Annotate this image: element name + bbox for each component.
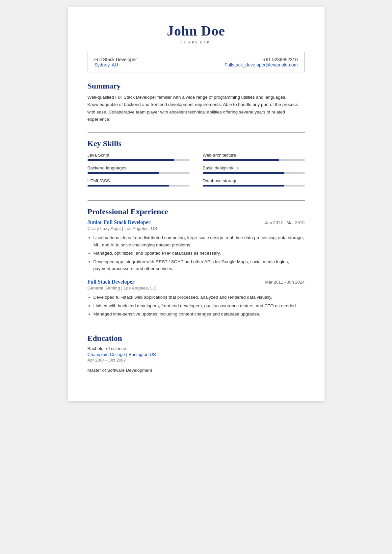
summary-section: Summary Well-qualified Full Stack Develo… xyxy=(88,82,305,123)
skills-section: Key Skills Java Script Web architecture … xyxy=(88,139,305,191)
resume-document: John Doe 5+ YRS EXP. Full Stack Develope… xyxy=(68,7,325,401)
bullet-item: Developed app integration with REST / SO… xyxy=(93,258,305,272)
contact-location: Sydney, AU xyxy=(94,62,137,67)
skill-item: Java Script xyxy=(88,153,190,161)
skill-name: Backend languages xyxy=(88,165,190,170)
skills-grid: Java Script Web architecture Backend lan… xyxy=(88,153,305,191)
contact-phone: +61 5236952310 xyxy=(263,57,298,62)
edu-dates: Apr 2004 - Oct 2007 xyxy=(88,358,305,363)
education-section: Education Bachelor of science Champlain … xyxy=(88,334,305,373)
skill-name: Java Script xyxy=(88,153,190,158)
skill-item: HTML/CSS xyxy=(88,178,190,187)
bullet-item: Managed, optimized, and updated PHP data… xyxy=(93,250,305,257)
job-bullets: Developed full-stack web applications th… xyxy=(88,294,305,318)
edu-degree: Bachelor of science xyxy=(88,346,305,351)
divider-2 xyxy=(88,200,305,201)
skill-item: Web architecture xyxy=(203,153,305,161)
job-company: Crazy Lazy Apps | Los Angeles, US xyxy=(88,226,305,231)
skill-item: Backend languages xyxy=(88,165,190,174)
skill-bar-bg xyxy=(88,159,190,161)
skill-bar-fill xyxy=(203,172,284,174)
skill-bar-bg xyxy=(88,185,190,187)
skill-bar-fill xyxy=(203,185,284,187)
skill-item: Basic design skills xyxy=(203,165,305,174)
job-dates: Jun 2017 - Mar 2019 xyxy=(265,220,305,225)
job-dates: Mar 2011 - Jun 2014 xyxy=(265,280,305,285)
job-bullets: Used various ideas from distributed comp… xyxy=(88,234,305,272)
edu-entry: Bachelor of science Champlain College | … xyxy=(88,346,305,363)
skill-bar-bg xyxy=(203,172,305,174)
edu-container: Bachelor of science Champlain College | … xyxy=(88,346,305,373)
header: John Doe 5+ YRS EXP. xyxy=(88,23,305,44)
divider-1 xyxy=(88,132,305,133)
experience-title: Professional Experience xyxy=(88,207,305,216)
bullet-item: Managed time-sensitive updates, includin… xyxy=(93,311,305,318)
skill-name: Database storage xyxy=(203,178,305,183)
skill-bar-bg xyxy=(88,172,190,174)
job-entry: Full Stack Developer Mar 2011 - Jun 2014… xyxy=(88,279,305,318)
skill-bar-fill xyxy=(88,172,159,174)
skill-bar-bg xyxy=(203,159,305,161)
skill-name: Web architecture xyxy=(203,153,305,158)
job-entry: Junior Full Stack Developer Jun 2017 - M… xyxy=(88,219,305,272)
skill-item: Database storage xyxy=(203,178,305,187)
skill-bar-bg xyxy=(203,185,305,187)
summary-text: Well-qualified Full Stack Developer fami… xyxy=(88,94,305,123)
jobs-container: Junior Full Stack Developer Jun 2017 - M… xyxy=(88,219,305,318)
candidate-name: John Doe xyxy=(88,23,305,39)
contact-left: Full Stack Developer Sydney, AU xyxy=(94,57,137,67)
experience-label: 5+ YRS EXP. xyxy=(88,40,305,44)
skill-bar-fill xyxy=(203,159,279,161)
divider-3 xyxy=(88,327,305,327)
edu-degree: Master of Software Development xyxy=(88,368,305,373)
edu-school: Champlain College | Burlington US xyxy=(88,352,305,357)
bullet-item: Developed full-stack web applications th… xyxy=(93,294,305,301)
job-header: Full Stack Developer Mar 2011 - Jun 2014 xyxy=(88,279,305,285)
job-company: General Gaming | Los Angeles, US xyxy=(88,286,305,290)
skill-bar-fill xyxy=(88,185,169,187)
contact-box: Full Stack Developer Sydney, AU +61 5236… xyxy=(88,52,305,72)
contact-email: Fullstack_developer@example.com xyxy=(225,62,298,67)
edu-entry: Master of Software Development xyxy=(88,368,305,373)
bullet-item: Used various ideas from distributed comp… xyxy=(93,234,305,248)
contact-job-title: Full Stack Developer xyxy=(94,57,137,62)
experience-section: Professional Experience Junior Full Stac… xyxy=(88,207,305,318)
education-title: Education xyxy=(88,334,305,343)
bullet-item: Liaised with back end developers, front … xyxy=(93,302,305,310)
contact-right: +61 5236952310 Fullstack_developer@examp… xyxy=(225,57,298,67)
skills-title: Key Skills xyxy=(88,139,305,148)
skill-name: Basic design skills xyxy=(203,165,305,170)
job-title: Full Stack Developer xyxy=(88,279,135,285)
job-header: Junior Full Stack Developer Jun 2017 - M… xyxy=(88,219,305,225)
summary-title: Summary xyxy=(88,82,305,90)
skill-name: HTML/CSS xyxy=(88,178,190,183)
skill-bar-fill xyxy=(88,159,174,161)
job-title: Junior Full Stack Developer xyxy=(88,219,151,225)
